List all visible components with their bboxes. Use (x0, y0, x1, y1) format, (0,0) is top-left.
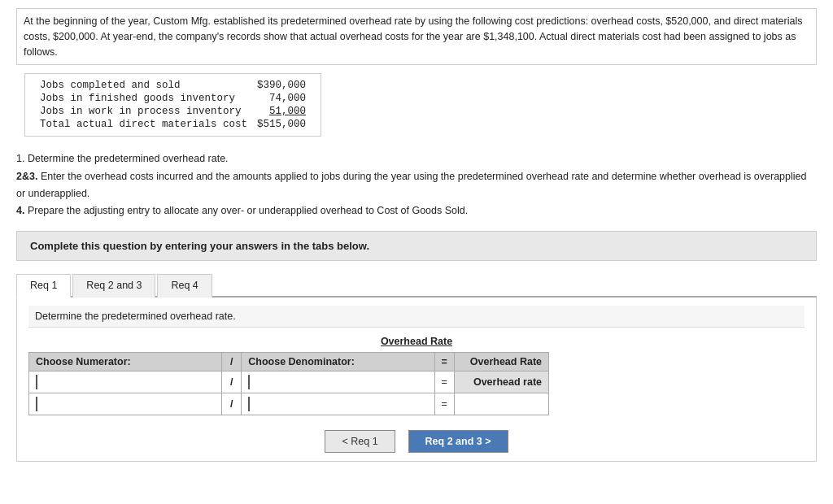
denominator-input-cell[interactable] (242, 371, 434, 393)
tab-req4[interactable]: Req 4 (157, 274, 212, 298)
col-header-numerator: Choose Numerator: (29, 353, 222, 371)
denominator-input[interactable] (248, 375, 409, 389)
nav-buttons: < Req 1 Req 2 and 3 > (28, 430, 805, 453)
numerator-input[interactable] (36, 375, 197, 389)
instructions: 1. Determine the predetermined overhead … (16, 150, 817, 219)
result-cell (454, 393, 548, 415)
cost-row-label: Jobs in work in process inventory (35, 105, 252, 118)
cost-row-amount: 74,000 (252, 92, 311, 105)
cost-row-amount: $515,000 (252, 118, 311, 131)
tab-content: Determine the predetermined overhead rat… (16, 298, 817, 462)
instruction-23: 2&3. Enter the overhead costs incurred a… (16, 168, 817, 203)
cost-row-amount: $390,000 (252, 79, 311, 92)
tab-req1[interactable]: Req 1 (16, 274, 71, 298)
result-cell: Overhead rate (454, 371, 548, 393)
instruction-1: 1. Determine the predetermined overhead … (16, 150, 817, 167)
cost-table: Jobs completed and sold$390,000Jobs in f… (35, 79, 311, 131)
cost-table-section: Jobs completed and sold$390,000Jobs in f… (24, 73, 321, 137)
numerator-input[interactable] (36, 397, 197, 411)
divider-cell: / (222, 393, 242, 415)
col-header-equals: = (434, 353, 454, 371)
col-header-result: Overhead Rate (454, 353, 548, 371)
overhead-rate-title: Overhead Rate (28, 336, 805, 347)
complete-box: Complete this question by entering your … (16, 231, 817, 261)
col-header-divider: / (222, 353, 242, 371)
col-header-denominator: Choose Denominator: (242, 353, 434, 371)
overhead-rate-section: Overhead Rate Choose Numerator: / Choose… (28, 336, 805, 415)
instruction-4: 4. Prepare the adjusting entry to alloca… (16, 202, 817, 219)
numerator-input-cell[interactable] (29, 393, 222, 415)
denominator-input-cell[interactable] (242, 393, 434, 415)
cost-row-amount: 51,000 (252, 105, 311, 118)
tabs-row: Req 1 Req 2 and 3 Req 4 (16, 272, 817, 298)
denominator-input[interactable] (248, 397, 409, 411)
equals-cell: = (434, 393, 454, 415)
tab-description: Determine the predetermined overhead rat… (28, 306, 805, 328)
next-button[interactable]: Req 2 and 3 > (408, 430, 508, 453)
equals-cell: = (434, 371, 454, 393)
tab-req23[interactable]: Req 2 and 3 (72, 274, 155, 298)
divider-cell: / (222, 371, 242, 393)
prev-button[interactable]: < Req 1 (325, 430, 395, 453)
overhead-rate-table: Choose Numerator: / Choose Denominator: … (28, 352, 549, 415)
cost-row-label: Jobs in finished goods inventory (35, 92, 252, 105)
numerator-input-cell[interactable] (29, 371, 222, 393)
cost-row-label: Jobs completed and sold (35, 79, 252, 92)
intro-text: At the beginning of the year, Custom Mfg… (16, 8, 817, 65)
cost-row-label: Total actual direct materials cost (35, 118, 252, 131)
